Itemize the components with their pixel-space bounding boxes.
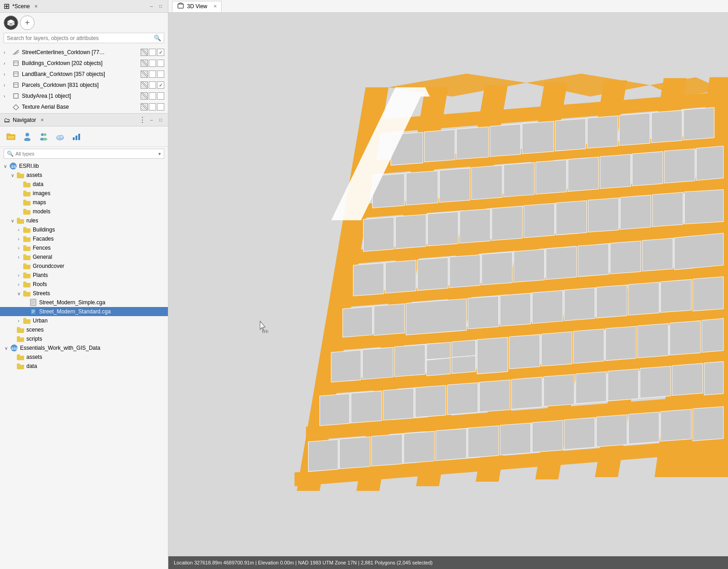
visible-check[interactable]	[149, 49, 156, 56]
tree-item-street-simple[interactable]: › Street_Modern_Simple.cga	[0, 298, 168, 307]
rules-expand-icon[interactable]: ∨	[9, 218, 15, 223]
visible-check[interactable]	[149, 70, 156, 78]
navigator-minimize-btn[interactable]: –	[148, 116, 155, 124]
svg-marker-141	[339, 437, 370, 469]
visible-check[interactable]	[149, 92, 156, 100]
select-check[interactable]	[157, 92, 164, 100]
tree-item-rules[interactable]: ∨ rules	[0, 216, 168, 225]
svg-point-17	[43, 138, 47, 141]
visible-check[interactable]	[149, 60, 156, 67]
hatch-check[interactable]	[141, 49, 148, 56]
tree-item-maps[interactable]: › maps	[0, 198, 168, 207]
expand-icon[interactable]: ›	[4, 94, 10, 99]
tree-item-groundcover[interactable]: › Groundcover	[0, 262, 168, 271]
tree-item-plants[interactable]: › Plants	[0, 271, 168, 280]
expand-icon[interactable]: ›	[4, 83, 10, 88]
navigator-options-btn[interactable]: ⋮	[139, 116, 146, 124]
select-check[interactable]	[157, 60, 164, 67]
3d-view-close[interactable]: ×	[213, 3, 217, 10]
roofs-expand-icon[interactable]: ›	[15, 282, 22, 287]
layer-item[interactable]: › LandBank_Corktown [357 objects]	[0, 69, 168, 80]
tree-label: scenes	[26, 327, 44, 333]
tree-item-street-standard[interactable]: › Street_Modern_Standard.cga	[0, 307, 168, 316]
layer-search-bar[interactable]: 🔍	[4, 33, 164, 43]
layer-item[interactable]: › Texture Aerial Base	[0, 101, 168, 112]
facades-expand-icon[interactable]: ›	[15, 237, 22, 242]
navigator-search-bar[interactable]: 🔍 All types ▾	[4, 149, 164, 159]
essentials-expand-icon[interactable]: ∨	[3, 346, 9, 351]
esrilib-expand-icon[interactable]: ∨	[2, 164, 8, 169]
layer-item[interactable]: › StudyArea [1 object]	[0, 91, 168, 101]
expand-icon[interactable]: ›	[4, 72, 10, 77]
select-check[interactable]: ✓	[157, 81, 164, 89]
hatch-check[interactable]	[141, 103, 148, 111]
expand-icon[interactable]: ›	[4, 50, 10, 55]
tree-item-scenes[interactable]: › scenes	[0, 325, 168, 334]
filter-dropdown-arrow[interactable]: ▾	[158, 151, 161, 157]
tree-label: models	[33, 208, 51, 215]
parcels-layer-icon	[12, 82, 20, 88]
svg-marker-127	[320, 393, 350, 426]
assets-expand-icon[interactable]: ∨	[9, 173, 15, 178]
tree-item-assets[interactable]: ∨ assets	[0, 171, 168, 180]
buildings-expand-icon[interactable]: ›	[15, 227, 22, 232]
fences-expand-icon[interactable]: ›	[15, 246, 22, 251]
data-manager-btn[interactable]	[69, 129, 84, 144]
3d-view-tab[interactable]: 3D View ×	[172, 1, 222, 12]
tree-item-scripts[interactable]: › scripts	[0, 334, 168, 343]
my-content-btn[interactable]	[20, 129, 35, 144]
urban-expand-icon[interactable]: ›	[15, 318, 22, 323]
hatch-check[interactable]	[141, 92, 148, 100]
hatch-check[interactable]	[141, 70, 148, 78]
layer-item[interactable]: › Buildings_Corktown [202 objects]	[0, 58, 168, 69]
visible-check[interactable]	[149, 81, 156, 89]
select-check[interactable]: ✓	[157, 49, 164, 56]
tree-item-esrilib[interactable]: ∨ ES ESRI.lib	[0, 161, 168, 171]
shared-content-btn[interactable]	[36, 129, 51, 144]
layer-checks	[141, 103, 164, 111]
select-check[interactable]	[157, 103, 164, 111]
navigator-tab-close[interactable]: ×	[40, 117, 44, 123]
visible-check[interactable]	[149, 103, 156, 111]
tree-item-essentials[interactable]: ∨ ESS Essentials_Work_with_GIS_Data	[0, 343, 168, 352]
select-check[interactable]	[157, 70, 164, 78]
tree-item-buildings[interactable]: › Buildings	[0, 225, 168, 234]
svg-marker-90	[353, 263, 384, 296]
svg-marker-129	[383, 388, 414, 420]
layer-search-input[interactable]	[7, 35, 154, 41]
svg-marker-123	[606, 326, 637, 361]
svg-marker-69	[406, 171, 438, 205]
tree-item-images[interactable]: › images	[0, 189, 168, 198]
open-folder-btn[interactable]	[4, 129, 18, 144]
hatch-check[interactable]	[141, 60, 148, 67]
svg-marker-146	[500, 423, 531, 455]
tree-item-data[interactable]: › data	[0, 180, 168, 189]
general-expand-icon[interactable]: ›	[15, 255, 22, 260]
layer-item[interactable]: › StreetCenterlines_Corktown [77… ✓	[0, 47, 168, 58]
layer-item[interactable]: › Parcels_Corktown [831 objects] ✓	[0, 80, 168, 91]
viewport-3d[interactable]	[168, 13, 728, 556]
hatch-check[interactable]	[141, 81, 148, 89]
plants-expand-icon[interactable]: ›	[15, 273, 22, 278]
navigator-maximize-btn[interactable]: □	[157, 116, 164, 124]
tree-item-fences[interactable]: › Fences	[0, 243, 168, 252]
online-content-btn[interactable]	[53, 129, 67, 144]
tree-item-general[interactable]: › General	[0, 252, 168, 262]
add-layer-btn[interactable]: +	[20, 15, 35, 30]
tree-item-urban[interactable]: › Urban	[0, 316, 168, 325]
tree-item-facades[interactable]: › Facades	[0, 234, 168, 243]
layers-toggle-btn[interactable]	[4, 15, 18, 30]
scene-tab-close[interactable]: ×	[35, 3, 38, 10]
svg-rect-36	[178, 4, 183, 8]
scene-maximize-btn[interactable]: □	[157, 3, 164, 10]
tree-item-ess-data[interactable]: › data	[0, 362, 168, 371]
streets-expand-icon[interactable]: ∨	[15, 291, 22, 296]
scene-minimize-btn[interactable]: –	[148, 3, 155, 10]
svg-marker-79	[363, 217, 394, 252]
expand-icon[interactable]: ›	[4, 61, 10, 66]
tree-item-ess-assets[interactable]: › assets	[0, 352, 168, 362]
tree-item-roofs[interactable]: › Roofs	[0, 280, 168, 289]
svg-marker-77	[664, 149, 695, 183]
tree-item-streets[interactable]: ∨ Streets	[0, 289, 168, 298]
tree-item-models[interactable]: › models	[0, 207, 168, 216]
